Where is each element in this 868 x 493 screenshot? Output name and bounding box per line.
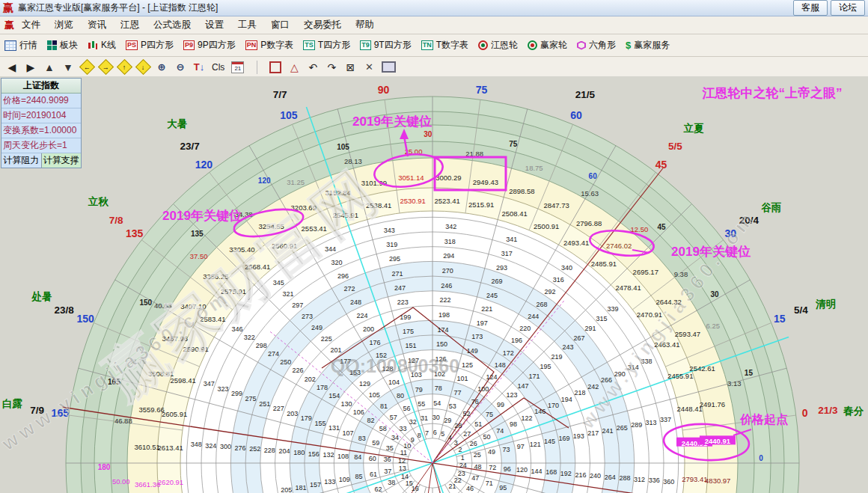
integer-cell: 1 (461, 454, 465, 462)
tool-板块[interactable]: 板块 (47, 39, 78, 52)
winner-wheel-icon (528, 40, 537, 50)
integer-cell: 220 (519, 325, 531, 332)
display-icon[interactable] (382, 61, 396, 73)
badge-ps-icon: PS (126, 40, 138, 50)
customer-service-button[interactable]: 客服 (793, 0, 828, 16)
tool-行情[interactable]: 行情 (4, 39, 37, 52)
integer-cell: 148 (495, 361, 506, 369)
menu-item-2[interactable]: 资讯 (88, 19, 106, 31)
tool-赢家轮[interactable]: 赢家轮 (528, 39, 567, 52)
zoom-out-icon[interactable]: ⊖ (174, 61, 186, 73)
degree-eighth-cell: 31.25 (287, 178, 305, 186)
rotate-ccw-icon[interactable]: ↶ (307, 61, 319, 73)
integer-cell: 56 (403, 405, 410, 412)
nav-down-icon[interactable]: ▼ (62, 61, 74, 73)
key-level-annotation-left: 2019年关键位 (162, 209, 242, 223)
price-outer-cell: 2949.43 (473, 178, 498, 186)
nav-up-icon[interactable]: ▲ (43, 61, 55, 73)
tool-label: 板块 (60, 39, 78, 52)
forum-button[interactable]: 论坛 (831, 0, 865, 16)
integer-cell: 82 (367, 417, 374, 424)
price-outer-cell: 2542.61 (689, 364, 715, 373)
menu-item-8[interactable]: 交易委托 (304, 19, 341, 31)
diamond-left-icon[interactable]: ← (81, 61, 93, 73)
integer-cell: 342 (445, 223, 456, 230)
delete-box-icon[interactable]: ⊠ (344, 61, 356, 73)
menu-item-5[interactable]: 设置 (205, 19, 224, 31)
integer-cell: 122 (521, 414, 532, 422)
gann-wheel-svg[interactable]: 1234567891011121314151621222324252627282… (0, 76, 868, 493)
integer-cell: 60 (369, 455, 376, 462)
outer-degree-label: 120 (195, 159, 213, 171)
price-inner-cell: 2613.41 (157, 444, 183, 452)
price-inner-cell: 2493.41 (563, 239, 589, 247)
integer-cell: 22 (454, 477, 462, 484)
app-window: { "window": { "title": "赢家江恩专业版[赢家服务平台] … (0, 0, 868, 493)
fit-icon[interactable]: ✕ (363, 61, 375, 73)
integer-cell: 54 (433, 399, 441, 407)
degree-eighth-cell: 6.25 (706, 322, 721, 330)
price-outer-cell: 2440.91 (705, 437, 731, 445)
integer-cell: 97 (517, 443, 525, 450)
rotate-cw-icon[interactable]: ↷ (326, 61, 337, 73)
toolbar-wheel: ◀▶▲▼←→↑↓⊕⊖T↓Cls21△↶↷⊠✕ (0, 57, 868, 78)
diamond-up-icon[interactable]: ↑ (118, 61, 130, 73)
integer-cell: 51 (474, 420, 482, 428)
tool-江恩轮[interactable]: 江恩轮 (478, 39, 518, 52)
tool-六角形[interactable]: 六角形 (577, 39, 616, 52)
degree-eighth-cell: 9.38 (674, 270, 688, 278)
t-updown-icon[interactable]: T↓ (193, 61, 205, 73)
integer-cell: 109 (339, 476, 350, 483)
integer-cell: 300 (220, 443, 231, 450)
menu-item-3[interactable]: 江恩 (120, 19, 139, 31)
square-tool-icon[interactable] (269, 61, 281, 73)
calendar-icon[interactable]: 21 (231, 61, 244, 73)
degree-eighth-cell: 46.88 (114, 417, 132, 425)
tool-P四方形[interactable]: PSP四方形 (126, 39, 174, 52)
integer-cell: 85 (355, 473, 363, 480)
integer-cell: 71 (486, 480, 493, 487)
menu-item-0[interactable]: 文件 (22, 19, 40, 31)
nav-left-icon[interactable]: ◀ (6, 61, 18, 73)
diamond-down-icon[interactable]: ↓ (137, 61, 149, 73)
price-outer-cell: 2746.02 (606, 242, 632, 250)
hexagon-icon (577, 41, 586, 50)
menu-item-9[interactable]: 帮助 (355, 19, 374, 31)
tool-K线[interactable]: K线 (88, 39, 116, 52)
integer-cell: 347 (204, 380, 215, 388)
menu-item-6[interactable]: 工具 (238, 19, 257, 31)
nav-right-icon[interactable]: ▶ (25, 61, 37, 73)
integer-cell: 25 (474, 451, 481, 459)
tool-9P四方形[interactable]: P99P四方形 (183, 39, 236, 52)
cls-button[interactable]: Cls (212, 62, 224, 73)
integer-cell: 106 (353, 408, 364, 416)
integer-cell: 57 (390, 414, 397, 421)
integer-cell: 340 (561, 264, 572, 272)
integer-cell: 169 (558, 435, 569, 442)
menu-item-7[interactable]: 窗口 (271, 19, 290, 31)
integer-cell: 276 (235, 444, 246, 452)
integer-cell: 225 (321, 335, 332, 343)
calc-support-button[interactable]: 计算支撑 (42, 153, 82, 168)
integer-cell: 339 (607, 305, 618, 313)
triangle-tool-icon[interactable]: △ (288, 61, 300, 73)
menu-item-4[interactable]: 公式选股 (153, 19, 191, 31)
integer-cell: 240 (590, 472, 601, 480)
integer-cell: 99 (497, 401, 504, 408)
integer-cell: 129 (359, 380, 370, 388)
zoom-in-icon[interactable]: ⊕ (156, 61, 168, 73)
diamond-right-icon[interactable]: → (100, 61, 111, 73)
degree15-cell: 30 (424, 130, 433, 138)
menu-item-1[interactable]: 浏览 (55, 19, 73, 31)
integer-cell: 315 (596, 315, 607, 322)
integer-cell: 312 (634, 476, 645, 483)
tool-9T四方形[interactable]: T99T四方形 (360, 39, 412, 52)
calc-resistance-button[interactable]: 计算阻力 (1, 153, 42, 168)
tool-T四方形[interactable]: TST四方形 (303, 39, 350, 52)
tool-P数字表[interactable]: PNP数字表 (245, 39, 294, 52)
tool-赢家服务[interactable]: $赢家服务 (626, 39, 670, 52)
integer-cell: 61 (370, 471, 377, 478)
tool-T数字表[interactable]: TNT数字表 (421, 39, 468, 52)
integer-cell: 273 (302, 313, 313, 320)
app-logo-icon: 赢 (4, 19, 14, 32)
